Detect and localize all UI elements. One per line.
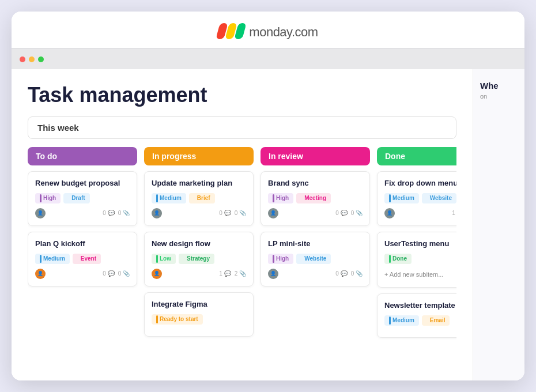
column-header-todo: To do [28, 147, 137, 165]
logo-bar: monday.com [12, 12, 524, 48]
type-tag: Draft [63, 193, 89, 203]
column-header-inreview: In review [261, 147, 370, 165]
card-fix-dropdown[interactable]: Fix drop down menu Medium Website 👤 [377, 171, 456, 226]
card-title: Newsletter template [384, 301, 456, 311]
card-tags: High Meeting [268, 193, 363, 203]
card-footer: 👤 0 💬 0 📎 [268, 208, 363, 218]
stat-comments: 1 💬 [219, 270, 231, 277]
priority-tag: High [268, 254, 293, 264]
priority-tag: Ready to start [152, 314, 203, 325]
type-tag: Event [73, 254, 101, 264]
priority-tag: Medium [35, 254, 70, 264]
card-tags: Ready to start [152, 314, 246, 325]
footer-stats: 1 💬 2 📎 [219, 270, 246, 277]
footer-stats: 1 💬 1 📎 [452, 210, 456, 216]
stat-attachments: 0 📎 [118, 210, 130, 216]
stat-attachments: 2 📎 [235, 270, 246, 277]
priority-tag: High [268, 193, 293, 203]
avatar: 👤 [152, 269, 162, 279]
column-header-inprogress: In progress [144, 147, 254, 165]
card-lp-mini-site[interactable]: LP mini-site High Website 👤 [261, 232, 370, 287]
card-title: Plan Q kickoff [35, 239, 130, 249]
column-header-done: Done [377, 147, 456, 165]
stat-attachments: 0 📎 [351, 270, 363, 277]
card-tags: Done [384, 254, 456, 264]
card-tags: High Draft [35, 193, 130, 203]
dot-close[interactable] [20, 56, 25, 62]
logo-suffix: .com [292, 25, 318, 39]
card-usertesting[interactable]: UserTesting menu Done + Add new subitem.… [377, 232, 456, 288]
right-panel: Whe on [473, 69, 524, 380]
card-footer: 👤 0 💬 0 📎 [35, 269, 130, 279]
card-title: New design flow [152, 239, 246, 249]
stat-attachments: 0 📎 [351, 210, 363, 216]
card-title: UserTesting menu [384, 239, 456, 249]
app-window: monday.com Task management This week To … [12, 12, 524, 380]
type-tag: Strategy [179, 254, 214, 264]
main-content: Task management This week To do Renew bu… [12, 69, 524, 380]
card-renew-budget[interactable]: Renew budget proposal High Draft 👤 [28, 171, 137, 226]
type-tag: Website [422, 193, 456, 203]
type-tag: Website [296, 254, 331, 264]
card-tags: High Website [268, 254, 363, 264]
card-title: Renew budget proposal [35, 179, 130, 189]
dot-minimize[interactable] [29, 56, 35, 62]
priority-tag: Medium [384, 193, 419, 203]
stat-comments: 1 💬 [452, 210, 456, 216]
type-tag: Brief [189, 193, 215, 203]
priority-tag: High [35, 193, 61, 203]
footer-stats: 0 💬 0 📎 [335, 210, 363, 216]
footer-stats: 0 💬 0 📎 [219, 210, 246, 216]
type-tag: Email [422, 315, 450, 326]
card-tags: Low Strategy [152, 254, 246, 264]
card-title: LP mini-site [268, 239, 363, 249]
avatar: 👤 [35, 208, 46, 218]
card-footer: 👤 0 💬 0 📎 [35, 208, 130, 218]
column-inreview: In review Brand sync High Meeting [261, 147, 370, 344]
stat-comments: 0 💬 [335, 270, 347, 277]
page-title: Task management [28, 83, 456, 107]
priority-tag: Medium [384, 315, 419, 326]
avatar: 👤 [268, 208, 278, 218]
card-footer: 👤 0 💬 0 📎 [152, 208, 246, 218]
card-footer: 👤 1 💬 2 📎 [152, 269, 246, 279]
right-panel-sub: on [480, 93, 518, 100]
card-footer: 👤 1 💬 1 📎 [384, 208, 456, 218]
logo-brand: monday [249, 25, 292, 39]
board-area: Task management This week To do Renew bu… [12, 69, 473, 380]
stat-comments: 0 💬 [103, 210, 114, 216]
column-inprogress: In progress Update marketing plan Medium… [144, 147, 254, 344]
stat-comments: 0 💬 [103, 270, 114, 277]
card-tags: Medium Email [384, 315, 456, 326]
card-tags: Medium Website [384, 193, 456, 203]
card-footer: 👤 0 💬 0 📎 [268, 269, 363, 279]
dot-maximize[interactable] [38, 56, 44, 62]
column-todo: To do Renew budget proposal High Draft [28, 147, 137, 344]
footer-stats: 0 💬 0 📎 [103, 210, 130, 216]
card-title: Update marketing plan [152, 179, 246, 189]
card-newsletter[interactable]: Newsletter template Medium Email [377, 293, 456, 338]
logo-icon [218, 23, 244, 39]
card-integrate-figma[interactable]: Integrate Figma Ready to start [144, 292, 254, 337]
avatar: 👤 [268, 269, 278, 279]
columns-container: To do Renew budget proposal High Draft [28, 147, 456, 349]
card-plan-q[interactable]: Plan Q kickoff Medium Event 👤 [28, 232, 137, 287]
footer-stats: 0 💬 0 📎 [335, 270, 363, 277]
card-tags: Medium Brief [152, 193, 246, 203]
logo-text: monday.com [249, 22, 318, 40]
card-update-marketing[interactable]: Update marketing plan Medium Brief 👤 [144, 171, 254, 226]
stat-attachments: 0 📎 [118, 270, 130, 277]
column-done: Done Fix drop down menu Medium Website [377, 147, 456, 344]
priority-tag: Medium [152, 193, 186, 203]
stat-comments: 0 💬 [335, 210, 347, 216]
section-label: This week [28, 116, 456, 139]
card-new-design[interactable]: New design flow Low Strategy 👤 [144, 232, 254, 287]
add-subitem-button[interactable]: + Add new subitem... [384, 269, 456, 280]
type-tag: Meeting [296, 193, 331, 203]
card-title: Fix drop down menu [384, 179, 456, 189]
browser-chrome-bar [12, 48, 524, 69]
avatar: 👤 [384, 208, 395, 218]
right-panel-title: Whe [480, 81, 518, 91]
card-brand-sync[interactable]: Brand sync High Meeting 👤 [261, 171, 370, 226]
done-tag: Done [384, 254, 412, 264]
